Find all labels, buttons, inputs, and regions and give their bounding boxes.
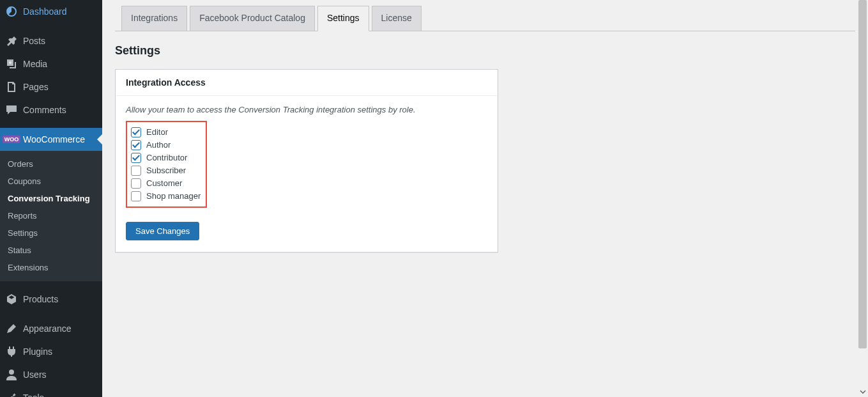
sidebar-item-label: Posts: [23, 36, 45, 46]
panel-title: Integration Access: [126, 77, 487, 88]
sidebar-item-label: Tools: [23, 393, 44, 397]
role-row-customer[interactable]: Customer: [131, 177, 201, 190]
submenu-item-extensions[interactable]: Extensions: [0, 259, 102, 276]
save-changes-button[interactable]: Save Changes: [126, 222, 199, 240]
dashboard-icon: [5, 5, 18, 18]
submenu-item-reports[interactable]: Reports: [0, 207, 102, 224]
panel-body: Allow your team to access the Conversion…: [116, 96, 498, 252]
page-title: Settings: [115, 44, 855, 58]
sidebar-item-dashboard[interactable]: Dashboard: [0, 0, 102, 23]
scrollbar-track[interactable]: [857, 0, 868, 397]
sidebar-item-tools[interactable]: Tools: [0, 386, 102, 397]
media-icon: [5, 58, 18, 70]
users-icon: [5, 368, 18, 381]
comments-icon: [5, 104, 18, 116]
sidebar-item-label: WooCommerce: [23, 134, 85, 144]
sidebar-item-label: Comments: [23, 105, 66, 115]
submenu-item-settings[interactable]: Settings: [0, 224, 102, 242]
tab-settings[interactable]: Settings: [317, 6, 369, 31]
tab-facebook-product-catalog[interactable]: Facebook Product Catalog: [190, 6, 315, 31]
admin-sidebar: Dashboard Posts Media Pages Comments WOO…: [0, 0, 102, 397]
sidebar-item-posts[interactable]: Posts: [0, 29, 102, 52]
scroll-down-icon[interactable]: [857, 386, 868, 397]
sidebar-item-label: Appearance: [23, 323, 72, 334]
role-checkbox-shop-manager[interactable]: [131, 191, 141, 201]
pages-icon: [5, 81, 18, 93]
submenu-item-orders[interactable]: Orders: [0, 155, 102, 173]
submenu-item-status[interactable]: Status: [0, 242, 102, 259]
tab-integrations[interactable]: Integrations: [121, 6, 187, 31]
submenu-item-coupons[interactable]: Coupons: [0, 173, 102, 190]
role-label: Subscriber: [146, 166, 186, 175]
role-checkbox-customer[interactable]: [131, 178, 141, 189]
role-label: Shop manager: [146, 191, 201, 201]
panel-description: Allow your team to access the Conversion…: [126, 105, 487, 114]
role-checkbox-subscriber[interactable]: [131, 166, 141, 176]
sidebar-item-label: Plugins: [23, 346, 52, 357]
scrollbar-thumb[interactable]: [858, 0, 867, 348]
products-icon: [5, 293, 18, 306]
woocommerce-icon: WOO: [5, 133, 18, 146]
sidebar-item-label: Users: [23, 370, 47, 380]
svg-point-0: [9, 61, 11, 64]
role-row-subscriber[interactable]: Subscriber: [131, 164, 201, 177]
role-row-editor[interactable]: Editor: [131, 126, 201, 139]
role-row-author[interactable]: Author: [131, 139, 201, 152]
sidebar-item-appearance[interactable]: Appearance: [0, 317, 102, 340]
sidebar-item-label: Media: [23, 59, 47, 69]
svg-point-1: [9, 370, 14, 375]
role-label: Customer: [146, 178, 182, 188]
sidebar-item-label: Dashboard: [23, 6, 67, 17]
role-label: Editor: [146, 127, 168, 137]
sidebar-item-products[interactable]: Products: [0, 288, 102, 311]
tabs-nav: Integrations Facebook Product Catalog Se…: [115, 6, 855, 31]
tools-icon: [5, 391, 18, 397]
tab-license[interactable]: License: [372, 6, 422, 31]
roles-highlight-box: Editor Author Contributor Subscriber Cus…: [126, 121, 207, 208]
panel-header: Integration Access: [116, 70, 498, 96]
sidebar-item-comments[interactable]: Comments: [0, 98, 102, 121]
role-checkbox-contributor[interactable]: [131, 153, 141, 163]
sidebar-item-label: Products: [23, 294, 58, 304]
main-content: Integrations Facebook Product Catalog Se…: [102, 0, 868, 397]
tabs-nav-wrap: Integrations Facebook Product Catalog Se…: [115, 0, 855, 31]
sidebar-item-media[interactable]: Media: [0, 52, 102, 75]
sidebar-item-label: Pages: [23, 82, 49, 92]
woocommerce-submenu: Orders Coupons Conversion Tracking Repor…: [0, 151, 102, 281]
sidebar-item-users[interactable]: Users: [0, 363, 102, 386]
submenu-item-conversion-tracking[interactable]: Conversion Tracking: [0, 190, 102, 207]
role-row-shop-manager[interactable]: Shop manager: [131, 190, 201, 203]
sidebar-item-plugins[interactable]: Plugins: [0, 340, 102, 363]
sidebar-item-pages[interactable]: Pages: [0, 75, 102, 98]
integration-access-panel: Integration Access Allow your team to ac…: [115, 69, 498, 253]
pin-icon: [5, 35, 18, 47]
role-label: Contributor: [146, 153, 187, 162]
role-row-contributor[interactable]: Contributor: [131, 152, 201, 164]
role-checkbox-editor[interactable]: [131, 127, 141, 137]
role-checkbox-author[interactable]: [131, 140, 141, 150]
plugins-icon: [5, 345, 18, 358]
appearance-icon: [5, 322, 18, 335]
role-label: Author: [146, 140, 171, 150]
sidebar-item-woocommerce[interactable]: WOO WooCommerce: [0, 128, 102, 151]
